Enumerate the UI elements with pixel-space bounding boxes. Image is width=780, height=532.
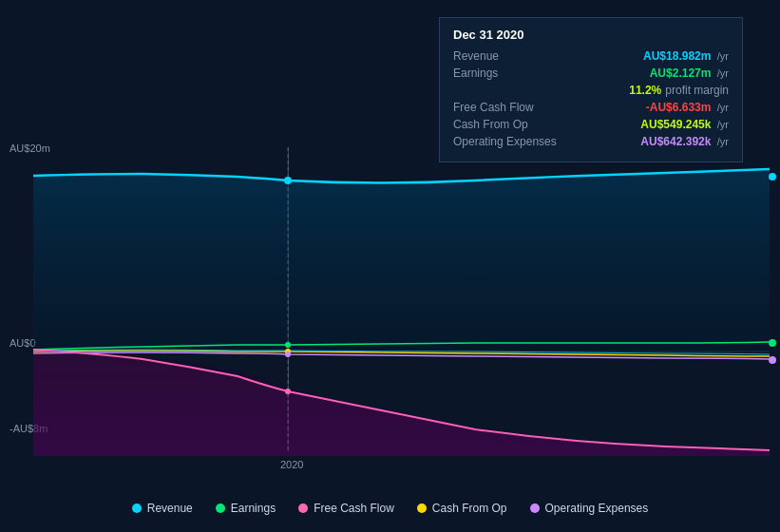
legend-item-cashfromop[interactable]: Cash From Op [417,502,507,515]
tooltip-profit-margin-label: profit margin [665,84,729,97]
tooltip-earnings-label: Earnings [453,66,498,80]
svg-point-2 [284,177,292,184]
tooltip-earnings-unit: /yr [717,67,729,79]
legend-dot-fcf [298,504,308,513]
tooltip-fcf-row: Free Cash Flow -AU$6.633m /yr [453,101,729,114]
legend-label-cashfromop: Cash From Op [432,502,507,515]
legend-dot-earnings [216,504,225,513]
tooltip-earnings-value: AU$2.127m [650,66,712,80]
tooltip-fcf-unit: /yr [717,102,729,113]
tooltip-fcf-label: Free Cash Flow [453,101,534,114]
svg-point-3 [285,342,291,348]
edge-dot-opex [769,356,776,364]
legend-dot-opex [530,504,540,513]
edge-dot-revenue [769,173,776,180]
tooltip-opex-value: AU$642.392k [640,135,711,148]
tooltip-revenue-label: Revenue [453,49,499,63]
legend-item-revenue[interactable]: Revenue [132,502,193,515]
tooltip-opex-row: Operating Expenses AU$642.392k /yr [453,135,729,148]
legend-label-fcf: Free Cash Flow [314,502,394,515]
tooltip-opex-unit: /yr [717,136,729,147]
tooltip: Dec 31 2020 Revenue AU$18.982m /yr Earni… [439,17,743,162]
tooltip-earnings-row: Earnings AU$2.127m /yr [453,66,729,80]
legend-label-revenue: Revenue [147,502,193,515]
legend-dot-revenue [132,504,142,513]
legend-label-earnings: Earnings [231,502,276,515]
tooltip-date: Dec 31 2020 [453,28,729,42]
tooltip-profit-margin-row: 11.2% profit margin [453,84,729,97]
tooltip-cashfromop-unit: /yr [717,119,729,130]
tooltip-fcf-value: -AU$6.633m [646,101,712,114]
tooltip-cashfromop-label: Cash From Op [453,118,528,131]
tooltip-revenue-value: AU$18.982m [643,49,711,63]
tooltip-revenue-unit: /yr [717,50,729,62]
edge-dot-earnings [769,339,776,347]
tooltip-profit-margin-value: 11.2% [629,84,661,97]
svg-point-6 [285,352,291,357]
tooltip-cashfromop-row: Cash From Op AU$549.245k /yr [453,118,729,131]
legend: Revenue Earnings Free Cash Flow Cash Fro… [0,494,780,522]
tooltip-opex-label: Operating Expenses [453,135,557,148]
svg-point-4 [285,389,291,394]
tooltip-revenue-row: Revenue AU$18.982m /yr [453,49,729,63]
legend-item-fcf[interactable]: Free Cash Flow [298,502,394,515]
tooltip-cashfromop-value: AU$549.245k [640,118,711,131]
legend-item-earnings[interactable]: Earnings [216,502,276,515]
legend-item-opex[interactable]: Operating Expenses [530,502,649,515]
chart-container: AU$20m AU$0 -AU$8m 2020 [0,0,780,532]
legend-dot-cashfromop [417,504,427,513]
legend-label-opex: Operating Expenses [545,502,649,515]
